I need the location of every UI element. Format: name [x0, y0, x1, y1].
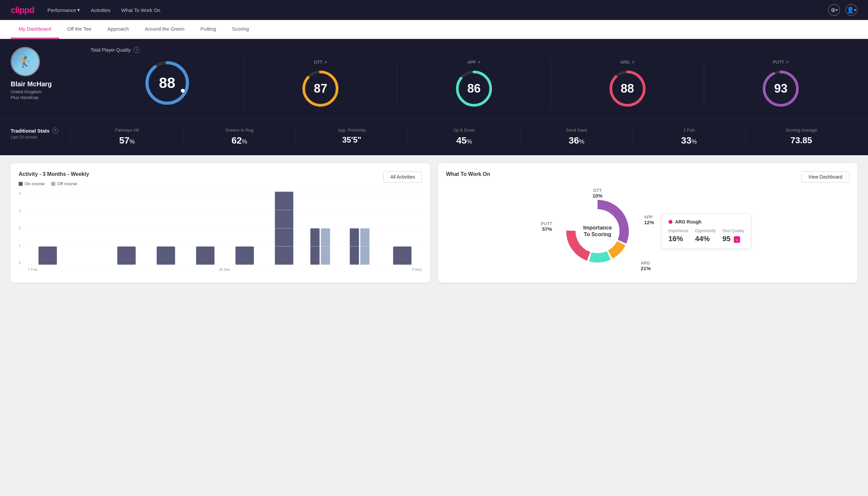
app-label: APP 12% [644, 215, 654, 225]
stat-up-down: Up & Down 45% [408, 128, 520, 146]
activity-card-header: Activity - 3 Months - Weekly On course O… [19, 171, 422, 186]
help-icon[interactable]: ? [52, 128, 58, 134]
arg-label: ARG 21% [641, 261, 651, 271]
bar [393, 247, 411, 265]
bar [311, 228, 320, 265]
activity-card: Activity - 3 Months - Weekly On course O… [11, 163, 430, 282]
svg-text:To Scoring: To Scoring [584, 232, 611, 237]
putt-circle: 93 [761, 68, 801, 109]
score-circles: 88 OTT ↗ 87 [91, 60, 857, 109]
header-left: clippd Performance ▾ Activities What To … [11, 5, 160, 15]
trend-up-icon: ↗ [631, 60, 634, 65]
trend-up-icon: ↗ [785, 60, 789, 65]
tab-around-the-green[interactable]: Around the Green [137, 20, 192, 38]
stats-label: Traditional Stats ? Last 20 rounds [11, 128, 70, 140]
svg-text:Importance: Importance [583, 225, 612, 231]
tooltip-indicator [668, 220, 673, 224]
header-right: ⊕ ▾ 👤 ▾ [828, 4, 857, 16]
view-dashboard-button[interactable]: View Dashboard [801, 171, 849, 183]
legend-on-course: On course [19, 181, 45, 186]
tooltip-shot-quality: Shot Quality 95 ↓ [723, 229, 744, 243]
chart-legend: On course Off course [19, 181, 89, 186]
stat-fairways: Fairways Hit 57% [70, 128, 183, 146]
main-nav: Performance ▾ Activities What To Work On [48, 7, 160, 13]
bar [236, 247, 254, 265]
avatar: 🏌️ [11, 47, 40, 76]
chevron-down-icon: ▾ [836, 7, 838, 12]
chart-plot-area [28, 191, 422, 265]
bar [117, 247, 136, 265]
stats-values: Fairways Hit 57% Greens In Reg 62% App. … [70, 128, 857, 146]
stat-sand-save: Sand Save 36% [520, 128, 632, 146]
nav-performance[interactable]: Performance ▾ [48, 7, 80, 13]
user-icon[interactable]: 👤 ▾ [845, 4, 857, 16]
tab-approach[interactable]: Approach [99, 20, 137, 38]
x-axis: 7 Feb 28 Mar 9 May [28, 267, 422, 272]
on-course-dot [19, 182, 23, 186]
stat-proximity: App. Proximity 35'5" [296, 128, 408, 146]
player-name: Blair McHarg [11, 80, 77, 88]
arg-circle: 88 [607, 68, 647, 109]
stats-row: Traditional Stats ? Last 20 rounds Fairw… [11, 120, 857, 146]
player-info: 🏌️ Blair McHarg United Kingdom Plus Hand… [11, 47, 77, 100]
stat-one-putt: 1 Putt 33% [632, 128, 745, 146]
tab-off-the-tee[interactable]: Off the Tee [59, 20, 99, 38]
donut-area: OTT 10% APP 12% ARG 21% PUTT 57% [446, 188, 849, 275]
tab-putting[interactable]: Putting [192, 20, 224, 38]
tpq-circle: 88 [144, 60, 190, 106]
ott-circle: 87 [300, 68, 341, 109]
stat-gir: Greens In Reg 62% [183, 128, 295, 146]
header: clippd Performance ▾ Activities What To … [0, 0, 868, 20]
legend-off-course: Off course [51, 181, 77, 186]
stat-scoring-avg: Scoring Average 73.85 [745, 128, 857, 146]
bottom-section: Activity - 3 Months - Weekly On course O… [0, 155, 868, 291]
chevron-down-icon: ▾ [854, 7, 856, 12]
activity-chart-title: Activity - 3 Months - Weekly [19, 171, 89, 177]
performance-section: 🏌️ Blair McHarg United Kingdom Plus Hand… [0, 39, 868, 119]
tooltip-metrics: Importance 16% Opportunity 44% Shot Qual… [668, 229, 744, 243]
help-icon[interactable]: ? [133, 47, 140, 53]
scores-section: Total Player Quality ? 88 [91, 47, 857, 109]
scores-title: Total Player Quality ? [91, 47, 857, 53]
app-circle: 86 [454, 68, 494, 109]
donut-chart: Importance To Scoring [564, 198, 631, 264]
player-country: United Kingdom [11, 89, 77, 94]
ott-label: OTT 10% [593, 188, 602, 199]
tab-my-dashboard[interactable]: My Dashboard [11, 20, 59, 38]
player-handicap: Plus Handicap [11, 95, 77, 100]
bar [321, 228, 330, 265]
bar [196, 247, 215, 265]
stats-section: Traditional Stats ? Last 20 rounds Fairw… [0, 119, 868, 155]
donut-wrapper: OTT 10% APP 12% ARG 21% PUTT 57% [544, 188, 651, 275]
app-score: APP ↗ 86 [397, 60, 551, 109]
what-to-work-on-card: What To Work On View Dashboard OTT 10% A… [438, 163, 857, 282]
off-course-dot [51, 182, 55, 186]
bar [157, 247, 175, 265]
tooltip-opportunity: Opportunity 44% [695, 229, 716, 243]
all-activities-button[interactable]: All Activities [383, 171, 422, 183]
chevron-down-icon: ▾ [77, 7, 80, 13]
tab-scoring[interactable]: Scoring [224, 20, 257, 38]
bar [38, 247, 57, 265]
svg-point-2 [181, 89, 185, 93]
tooltip-card: ARG Rough Importance 16% Opportunity 44%… [662, 214, 751, 249]
bar [360, 228, 370, 265]
nav-what-to-work-on[interactable]: What To Work On [121, 7, 160, 13]
trend-up-icon: ↗ [477, 60, 480, 65]
ott-score: OTT ↗ 87 [244, 60, 398, 109]
wtwon-header: What To Work On View Dashboard [446, 171, 849, 183]
nav-activities[interactable]: Activities [91, 7, 110, 13]
add-icon[interactable]: ⊕ ▾ [828, 4, 840, 16]
tpq-score: 88 [91, 60, 244, 109]
player-row: 🏌️ Blair McHarg United Kingdom Plus Hand… [11, 47, 857, 109]
bars-svg [28, 191, 422, 265]
bar-chart: 4 3 2 1 0 [19, 191, 422, 272]
y-axis: 4 3 2 1 0 [19, 191, 23, 265]
tabs-bar: My Dashboard Off the Tee Approach Around… [0, 20, 868, 39]
trend-up-icon: ↗ [324, 60, 327, 65]
putt-score: PUTT ↗ 93 [704, 60, 857, 109]
bar [275, 191, 293, 265]
logo: clippd [11, 5, 34, 15]
shot-quality-badge: ↓ [734, 236, 740, 243]
wtwon-title: What To Work On [446, 171, 490, 177]
